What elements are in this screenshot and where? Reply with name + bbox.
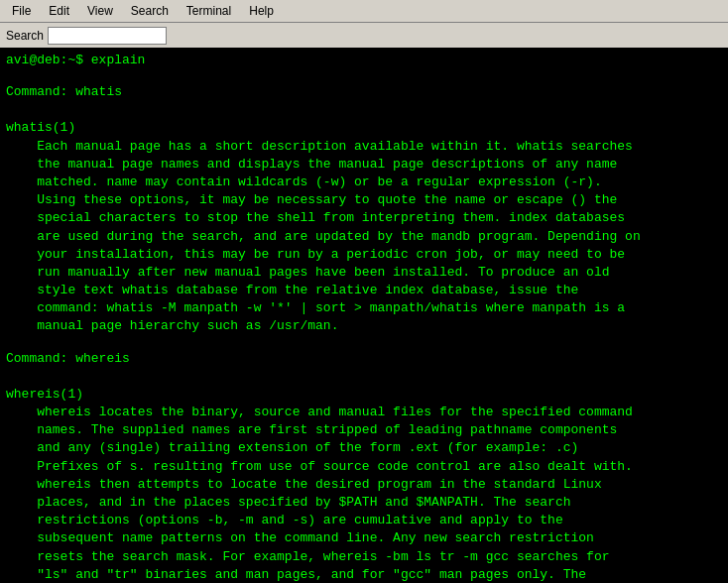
menu-terminal[interactable]: Terminal [179, 2, 239, 20]
blank-4 [6, 368, 722, 382]
section-body-2: whereis locates the binary, source and m… [6, 404, 722, 583]
menu-bar: File Edit View Search Terminal Help [0, 0, 728, 22]
search-input[interactable] [48, 27, 167, 45]
menu-edit[interactable]: Edit [41, 2, 77, 20]
section-title-1: whatis(1) [6, 119, 722, 137]
menu-help[interactable]: Help [241, 2, 282, 20]
menu-file[interactable]: File [4, 2, 39, 20]
menu-view[interactable]: View [79, 2, 121, 20]
section-body-1: Each manual page has a short description… [6, 138, 722, 336]
menu-search[interactable]: Search [123, 2, 177, 20]
search-label: Search [6, 29, 44, 43]
prompt-line: avi@deb:~$ explain [6, 52, 722, 69]
blank-1 [6, 69, 722, 83]
command-label-1: Command: whatis [6, 83, 722, 101]
terminal-area[interactable]: avi@deb:~$ explain Command: whatis whati… [0, 48, 728, 583]
blank-2 [6, 101, 722, 115]
blank-3 [6, 336, 722, 350]
command-label-2: Command: whereis [6, 350, 722, 368]
search-bar: Search [0, 22, 728, 48]
section-title-2: whereis(1) [6, 386, 722, 404]
